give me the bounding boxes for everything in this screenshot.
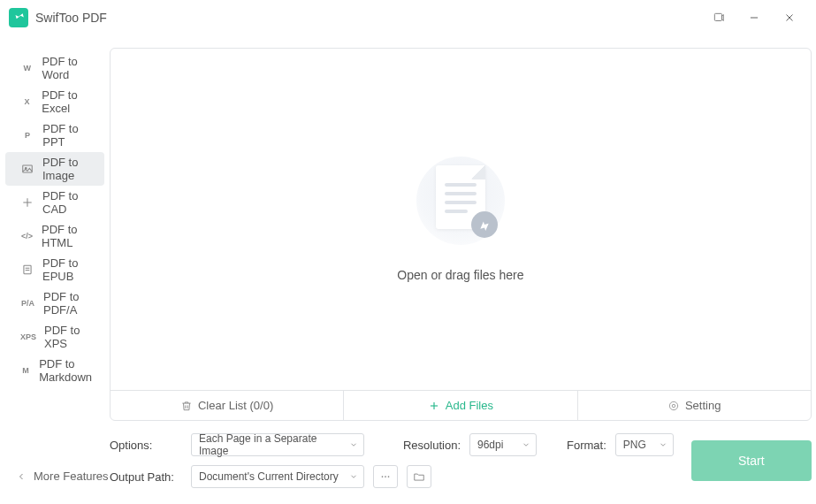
sidebar-item-label: PDF to Excel: [42, 88, 97, 115]
output-path-select[interactable]: Document's Current Directory: [191, 465, 364, 488]
drop-illustration-icon: [416, 157, 505, 245]
sidebar-item-label: PDF to XPS: [44, 324, 97, 350]
start-label: Start: [738, 454, 765, 468]
clear-list-button[interactable]: Clear List (0/0): [111, 391, 344, 420]
options-select[interactable]: Each Page in a Separate Image: [191, 433, 364, 456]
plus-icon: [428, 400, 440, 412]
sidebar-icon: XPS: [21, 330, 35, 344]
trash-icon: [180, 400, 193, 412]
format-select[interactable]: PNG: [615, 433, 674, 456]
window-minimize-button[interactable]: [736, 4, 772, 31]
sidebar-item-pdf-to-ppt[interactable]: PPDF to PPT: [5, 118, 104, 152]
gear-icon: [667, 400, 680, 412]
folder-icon: [413, 470, 425, 483]
sidebar-item-pdf-to-pdf-a[interactable]: P/APDF to PDF/A: [5, 286, 104, 320]
sidebar-item-pdf-to-image[interactable]: PDF to Image: [5, 152, 104, 186]
title-bar: SwifToo PDF: [0, 0, 816, 35]
app-title: SwifToo PDF: [35, 11, 107, 25]
setting-button[interactable]: Setting: [578, 391, 811, 420]
sidebar-item-label: PDF to PDF/A: [43, 290, 97, 317]
clear-list-label: Clear List (0/0): [198, 399, 273, 412]
sidebar-icon: P: [21, 128, 34, 142]
options-value: Each Page in a Separate Image: [199, 432, 344, 457]
resolution-label: Resolution:: [403, 439, 461, 452]
options-label: Options:: [110, 439, 182, 452]
svg-point-15: [382, 476, 384, 477]
output-path-label: Output Path:: [110, 470, 182, 484]
sidebar-item-pdf-to-html[interactable]: </>PDF to HTML: [5, 219, 104, 253]
sidebar-item-label: PDF to CAD: [42, 189, 97, 216]
setting-label: Setting: [685, 399, 721, 412]
sidebar-item-pdf-to-excel[interactable]: XPDF to Excel: [5, 85, 104, 118]
sidebar-item-pdf-to-cad[interactable]: PDF to CAD: [5, 186, 104, 219]
sidebar-item-pdf-to-markdown[interactable]: MPDF to Markdown: [5, 354, 104, 387]
sidebar-item-label: PDF to PPT: [42, 122, 97, 149]
more-options-button[interactable]: [373, 465, 398, 488]
sidebar-icon: W: [21, 61, 33, 75]
resolution-value: 96dpi: [477, 439, 503, 451]
svg-rect-0: [714, 13, 721, 20]
chevron-down-icon: [659, 440, 667, 449]
drop-text: Open or drag files here: [397, 268, 523, 282]
add-files-label: Add Files: [446, 399, 493, 412]
sidebar-icon: [21, 263, 34, 277]
sidebar-icon: X: [21, 95, 33, 109]
format-label: Format:: [567, 439, 606, 452]
sidebar-item-pdf-to-word[interactable]: WPDF to Word: [5, 51, 104, 85]
more-features-label: More Features: [34, 470, 109, 483]
sidebar-item-pdf-to-xps[interactable]: XPSPDF to XPS: [5, 320, 104, 354]
chevron-down-icon: [349, 472, 358, 481]
sidebar-item-label: PDF to Word: [42, 55, 97, 81]
drop-toolbar: Clear List (0/0) Add Files Setting: [111, 390, 811, 420]
ellipsis-icon: [379, 470, 392, 483]
svg-point-16: [385, 476, 386, 477]
sidebar-item-label: PDF to HTML: [42, 223, 97, 249]
sidebar-icon: [21, 195, 34, 210]
drop-area[interactable]: Open or drag files here Clear List (0/0)…: [110, 48, 812, 421]
chevron-down-icon: [522, 440, 530, 449]
sidebar-item-pdf-to-epub[interactable]: PDF to EPUB: [5, 253, 104, 286]
chevron-down-icon: [349, 440, 358, 449]
resolution-select[interactable]: 96dpi: [469, 433, 537, 456]
sidebar-item-label: PDF to EPUB: [42, 256, 97, 283]
svg-rect-8: [24, 265, 31, 273]
sidebar-icon: [21, 162, 34, 176]
sidebar-icon: P/A: [21, 296, 34, 310]
output-path-value: Document's Current Directory: [199, 470, 339, 483]
sidebar: WPDF to WordXPDF to ExcelPPDF to PPTPDF …: [0, 35, 110, 504]
window-feedback-button[interactable]: [701, 4, 736, 31]
svg-point-17: [388, 476, 390, 477]
svg-point-13: [672, 404, 675, 408]
window-close-button[interactable]: [772, 4, 807, 31]
app-logo-icon: [9, 8, 28, 27]
sidebar-item-label: PDF to Markdown: [39, 357, 97, 384]
sidebar-icon: </>: [21, 229, 33, 243]
sidebar-icon: M: [21, 363, 30, 378]
browse-folder-button[interactable]: [407, 465, 431, 488]
more-features-button[interactable]: More Features: [16, 470, 110, 483]
svg-point-14: [669, 401, 677, 409]
start-button[interactable]: Start: [691, 440, 812, 481]
add-files-button[interactable]: Add Files: [344, 391, 577, 420]
format-value: PNG: [623, 439, 646, 451]
sidebar-item-label: PDF to Image: [42, 156, 97, 182]
options-panel: Options: Each Page in a Separate Image R…: [110, 421, 812, 504]
